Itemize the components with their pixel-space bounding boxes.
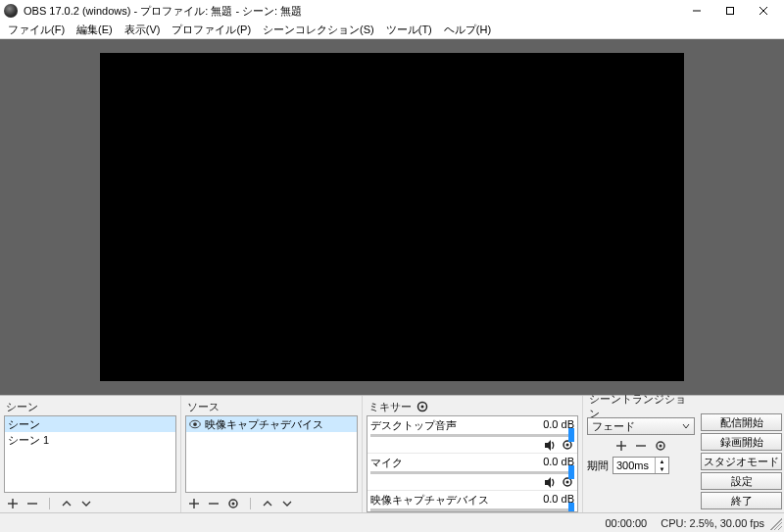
duration-spinbox[interactable]: ▲▼: [612, 457, 669, 474]
panel-mixer-title: ミキサー: [368, 400, 412, 414]
status-time: 00:00:00: [605, 517, 647, 529]
spinner-up-icon[interactable]: ▲: [655, 458, 668, 465]
window-title: OBS 17.0.2 (windows) - プロファイル: 無題 - シーン:…: [24, 4, 680, 19]
panel-transitions-title: シーントランジション: [587, 398, 695, 415]
separator: [250, 498, 251, 509]
panel-sources: ソース 映像キャプチャデバイス: [181, 396, 363, 512]
mixer-settings-icon[interactable]: [416, 400, 429, 413]
svg-point-13: [232, 503, 235, 506]
panel-sources-title: ソース: [185, 398, 358, 415]
preview-canvas[interactable]: [100, 53, 684, 381]
remove-source-button[interactable]: [207, 497, 220, 510]
transition-select[interactable]: フェード: [587, 417, 695, 435]
menu-tools[interactable]: ツール(T): [380, 22, 438, 38]
menu-edit[interactable]: 編集(E): [71, 22, 119, 38]
title-bar: OBS 17.0.2 (windows) - プロファイル: 無題 - シーン:…: [0, 0, 784, 22]
panel-right: シーントランジション フェード 期間 ▲▼ 配信開始: [583, 396, 784, 512]
source-up-button[interactable]: [261, 497, 274, 510]
remove-transition-button[interactable]: [634, 439, 648, 453]
panel-mixer: ミキサー デスクトップ音声0.0 dB マイク0.0 dB: [363, 396, 583, 512]
menu-scene-collection[interactable]: シーンコレクション(S): [257, 22, 380, 38]
svg-point-21: [566, 481, 569, 484]
speaker-icon[interactable]: [543, 475, 557, 489]
remove-scene-button[interactable]: [25, 497, 39, 510]
menu-bar: ファイル(F) 編集(E) 表示(V) プロファイル(P) シーンコレクション(…: [0, 22, 784, 39]
svg-point-29: [660, 445, 662, 448]
menu-help[interactable]: ヘルプ(H): [438, 22, 497, 38]
volume-slider[interactable]: [370, 471, 574, 474]
preview-area: [0, 39, 784, 395]
bottom-panels: シーン シーン シーン 1 ソース 映像キャプチャデバイス: [0, 395, 784, 512]
minimize-button[interactable]: [680, 1, 713, 21]
scenes-list[interactable]: シーン シーン 1: [4, 415, 176, 493]
svg-point-18: [566, 444, 569, 447]
panel-scenes-title: シーン: [4, 398, 176, 415]
mixer-source-name: マイク: [370, 456, 403, 470]
scene-down-button[interactable]: [79, 497, 93, 510]
scene-up-button[interactable]: [60, 497, 74, 510]
add-transition-button[interactable]: [614, 439, 628, 453]
volume-slider[interactable]: [370, 508, 574, 511]
list-item[interactable]: 映像キャプチャデバイス: [186, 416, 357, 432]
maximize-button[interactable]: [713, 1, 747, 21]
status-cpu: CPU: 2.5%, 30.00 fps: [661, 517, 764, 529]
add-source-button[interactable]: [187, 497, 201, 510]
mixer-item: 映像キャプチャデバイス0.0 dB: [368, 491, 577, 512]
mixer-list: デスクトップ音声0.0 dB マイク0.0 dB 映像キャプチャデバイス0.0 …: [367, 415, 578, 512]
mixer-source-name: デスクトップ音声: [370, 418, 457, 433]
svg-point-8: [193, 422, 197, 426]
transition-properties-button[interactable]: [654, 439, 667, 453]
list-item[interactable]: シーン 1: [5, 432, 175, 448]
mixer-item: デスクトップ音声0.0 dB: [368, 416, 577, 454]
menu-file[interactable]: ファイル(F): [2, 22, 71, 38]
settings-button[interactable]: 設定: [701, 472, 782, 490]
list-item[interactable]: シーン: [5, 416, 175, 432]
svg-rect-1: [727, 8, 734, 15]
resize-grip-icon[interactable]: [770, 518, 782, 530]
source-properties-button[interactable]: [226, 497, 240, 510]
close-button[interactable]: [747, 1, 780, 21]
menu-view[interactable]: 表示(V): [119, 22, 167, 38]
visibility-icon[interactable]: [189, 418, 201, 430]
spinner-down-icon[interactable]: ▼: [655, 465, 668, 473]
controls-panel: 配信開始 録画開始 スタジオモード 設定 終了: [695, 398, 782, 512]
panel-transitions: シーントランジション フェード 期間 ▲▼: [587, 398, 695, 512]
chevron-down-icon: [682, 422, 690, 430]
app-logo-icon: [4, 4, 18, 18]
source-down-button[interactable]: [280, 497, 294, 510]
mixer-source-name: 映像キャプチャデバイス: [370, 493, 489, 508]
svg-marker-16: [545, 440, 551, 451]
separator: [49, 498, 50, 509]
sources-list[interactable]: 映像キャプチャデバイス: [185, 415, 358, 493]
svg-marker-19: [545, 477, 551, 488]
svg-point-15: [421, 406, 424, 409]
status-bar: 00:00:00 CPU: 2.5%, 30.00 fps: [0, 512, 784, 532]
volume-slider[interactable]: [370, 434, 574, 437]
duration-input[interactable]: [613, 458, 655, 473]
panel-scenes: シーン シーン シーン 1: [0, 396, 181, 512]
speaker-icon[interactable]: [543, 438, 557, 452]
add-scene-button[interactable]: [6, 497, 20, 510]
mixer-item: マイク0.0 dB: [368, 454, 577, 491]
start-recording-button[interactable]: 録画開始: [701, 433, 782, 451]
exit-button[interactable]: 終了: [701, 492, 782, 509]
menu-profile[interactable]: プロファイル(P): [166, 22, 257, 38]
start-streaming-button[interactable]: 配信開始: [701, 413, 782, 431]
studio-mode-button[interactable]: スタジオモード: [701, 453, 782, 470]
duration-label: 期間: [587, 459, 609, 473]
